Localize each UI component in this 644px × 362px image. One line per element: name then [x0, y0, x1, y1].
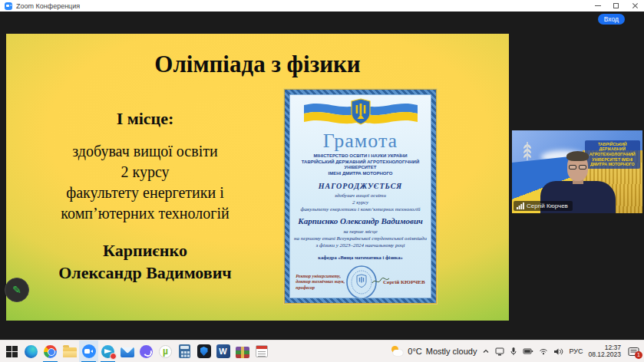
taskbar-item-file-explorer[interactable]: [60, 341, 79, 362]
taskbar-item-viber[interactable]: [137, 341, 156, 362]
battery-tray-icon[interactable]: [523, 347, 533, 355]
winner-name-line1: Карпиєнко: [15, 239, 275, 262]
department-line: кафедра «Вища математика і фізика»: [318, 255, 402, 260]
windows-logo-icon: [6, 346, 18, 357]
award-heading: НАГОРОДЖУЄТЬСЯ: [319, 182, 403, 190]
chrome-icon: [44, 345, 57, 358]
zoom-app-window: Zoom Конференция Вход Олімпіада з фізики…: [0, 0, 644, 362]
calendar-icon: [256, 345, 268, 357]
maximize-button[interactable]: [607, 0, 626, 12]
tray-expand-chevron-icon[interactable]: [482, 348, 490, 354]
glasses-icon: [569, 165, 576, 169]
microphone-tray-icon[interactable]: [510, 347, 517, 356]
banner-line: ТАВРІЙСЬКИЙ ДЕРЖАВНИЙ: [590, 143, 636, 151]
winrar-icon: [236, 347, 249, 358]
shield-icon: [197, 344, 211, 358]
signature-row: Ректор університету, доктор технічних на…: [296, 264, 424, 298]
signer-title-line: професор: [296, 285, 345, 291]
banner-line: АГРОТЕХНОЛОГІЧНИЙ: [590, 152, 636, 156]
participant-video-tile[interactable]: ТАВРІЙСЬКИЙ ДЕРЖАВНИЙ АГРОТЕХНОЛОГІЧНИЙ …: [512, 130, 642, 213]
weather-icon: [391, 346, 404, 357]
slide-text-block: І місце: здобувач вищої освіти 2 курсу ф…: [15, 109, 275, 284]
volume-tray-icon[interactable]: [553, 347, 563, 356]
slide-detail-line: здобувач вищої освіти: [15, 141, 275, 162]
taskbar-item-utorrent[interactable]: µ: [156, 341, 175, 362]
notification-badge-dot: [110, 353, 117, 360]
close-button[interactable]: [626, 0, 644, 12]
signature-stroke-icon: [372, 276, 390, 287]
taskbar-item-winrar[interactable]: [233, 341, 252, 362]
taskbar-item-telegram[interactable]: [98, 341, 117, 362]
language-indicator[interactable]: РУС: [569, 347, 583, 355]
taskbar-item-calculator[interactable]: [175, 341, 194, 362]
taskbar-item-security[interactable]: [194, 341, 213, 362]
certificate: Грамота МІНІСТЕРСТВО ОСВІТИ І НАУКИ УКРА…: [284, 89, 437, 304]
recipient-line: 2 курсу: [300, 199, 420, 206]
taskbar-item-zoom[interactable]: [79, 341, 98, 362]
window-titlebar: Zoom Конференция: [0, 0, 644, 12]
recipient-name: Карпиєнко Олександр Вадимович: [298, 216, 423, 225]
glasses-icon: [579, 165, 586, 169]
university-wheat-logo-icon: [517, 140, 537, 163]
audio-level-icon: [517, 202, 524, 209]
university-banner: ТАВРІЙСЬКИЙ ДЕРЖАВНИЙ АГРОТЕХНОЛОГІЧНИЙ …: [585, 140, 640, 169]
zoom-app-icon: [5, 2, 12, 10]
slide-detail-line: 2 курсу: [15, 162, 275, 183]
clock-date: 08.12.2023: [588, 351, 621, 359]
ministry-lines: МІНІСТЕРСТВО ОСВІТИ І НАУКИ УКРАЇНИ ТАВР…: [290, 153, 431, 176]
recipient-block: здобувач вищої освіти 2 курсу факультету…: [300, 193, 420, 213]
taskbar-item-edge[interactable]: [21, 341, 41, 362]
calculator-icon: [179, 344, 190, 358]
system-tray: 0°C Mostly cloudy РУС 12:3: [391, 341, 644, 362]
banner-line: ДМИТРА МОТОРНОГО: [590, 162, 636, 166]
word-icon: W: [216, 344, 230, 358]
minimize-button[interactable]: [589, 0, 607, 12]
weather-desc: Mostly cloudy: [426, 347, 477, 356]
ministry-line: ТАВРІЙСЬКИЙ ДЕРЖАВНИЙ АГРОТЕХНОЛОГІЧНИЙ …: [290, 160, 431, 171]
window-title: Zoom Конференция: [16, 2, 80, 10]
taskbar-item-calendar[interactable]: [252, 341, 271, 362]
signer-title-line: доктор технічних наук,: [296, 279, 345, 285]
participant-hair: [566, 151, 589, 161]
certificate-title: Грамота: [323, 131, 398, 151]
signer-title-line: Ректор університету,: [296, 274, 345, 280]
winner-name: Карпиєнко Олександр Вадимович: [15, 239, 275, 284]
ukraine-flag-ribbon-icon: [295, 97, 427, 133]
display-tray-icon[interactable]: [495, 347, 504, 356]
reason-line: за перше місце: [294, 229, 427, 235]
taskbar-app-icons: µ W: [0, 341, 271, 362]
reason-line: на першому етапі Всеукраїнської студентс…: [294, 235, 427, 242]
signer-titles: Ректор університету, доктор технічних на…: [296, 274, 345, 291]
network-tray-icon[interactable]: [539, 347, 548, 355]
recipient-line: здобувач вищої освіти: [300, 193, 420, 199]
weather-widget[interactable]: 0°C Mostly cloudy: [391, 346, 477, 357]
edge-icon: [25, 345, 38, 358]
university-seal-icon: [344, 264, 379, 298]
taskbar-item-word[interactable]: W: [213, 341, 233, 362]
banner-line: УНІВЕРСИТЕТ ІМЕНІ: [590, 157, 636, 162]
start-button[interactable]: [2, 341, 21, 362]
recipient-line: факультету енергетики і комп’ютерних тех…: [300, 206, 420, 213]
annotation-tool-button[interactable]: ✎: [5, 278, 29, 302]
slide-detail-line: факультету енергетики і: [15, 183, 275, 203]
titlebar-left: Zoom Конференция: [0, 2, 80, 10]
taskbar-item-chrome[interactable]: [41, 341, 60, 362]
clock[interactable]: 12:37 08.12.2023: [588, 344, 621, 359]
meeting-content-area: Вход Олімпіада з фізики І місце: здобува…: [0, 12, 644, 340]
notification-count-badge: 1: [635, 351, 642, 359]
weather-temp: 0°C: [408, 347, 421, 356]
place-heading: І місце:: [15, 109, 275, 129]
reason-line: з фізики у 2023–2024 навчальному році: [294, 242, 427, 249]
participant-name: Сергій Кюрчев: [527, 202, 568, 209]
zoom-icon: [82, 344, 96, 358]
mail-icon: [121, 347, 134, 357]
file-explorer-icon: [63, 347, 77, 357]
action-center-button[interactable]: 1: [628, 347, 639, 357]
login-button[interactable]: Вход: [598, 14, 625, 25]
pencil-icon: ✎: [12, 284, 21, 296]
reason-block: за перше місце на першому етапі Всеукраї…: [294, 229, 427, 249]
taskbar-item-mail[interactable]: [117, 341, 137, 362]
slide-title: Олімпіада з фізики: [6, 51, 509, 78]
winner-name-line2: Олександр Вадимович: [15, 262, 275, 284]
window-controls: [589, 0, 644, 12]
